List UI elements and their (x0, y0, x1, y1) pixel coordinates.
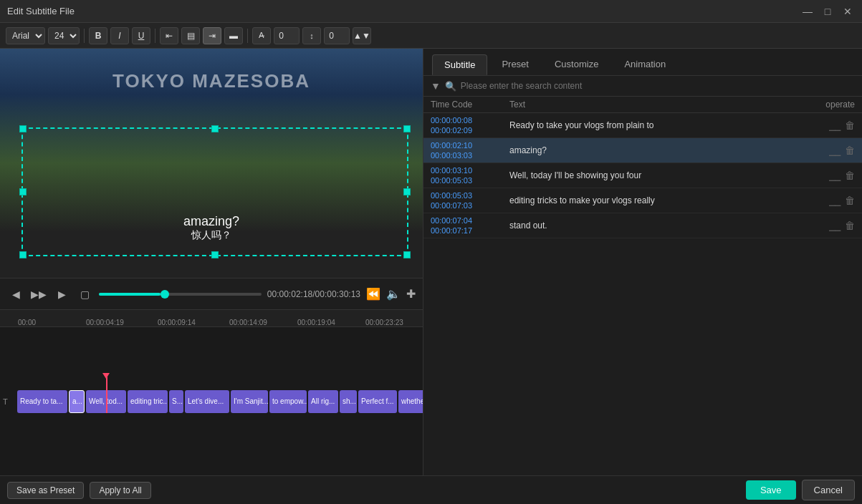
split-btn-5[interactable]: ⎯⎯ (829, 220, 841, 231)
step-back-button[interactable]: ◀ (7, 286, 24, 303)
spacing-button[interactable]: ↕ (302, 27, 321, 44)
handle-tr[interactable] (403, 125, 411, 132)
number-input-2[interactable] (324, 27, 350, 44)
handle-br[interactable] (403, 251, 411, 258)
handle-tm[interactable] (211, 125, 219, 132)
align-right-button[interactable]: ⇥ (203, 27, 221, 44)
volume-button[interactable]: 🔈 (386, 287, 401, 301)
cancel-button[interactable]: Cancel (802, 480, 855, 500)
split-btn-4[interactable]: ⎯⎯ (829, 195, 841, 206)
save-button[interactable]: Save (746, 480, 796, 500)
timeline-clip-11[interactable]: Perfect f... (358, 390, 397, 413)
tab-customize[interactable]: Customize (543, 54, 610, 75)
subtitle-row-5[interactable]: 00:00:07:04 00:00:07:17 stand out. ⎯⎯ 🗑 (423, 213, 862, 238)
align-center-button[interactable]: ▤ (181, 27, 200, 44)
time-end-2: 00:00:03:03 (431, 151, 509, 160)
timeline-clip-1[interactable]: Ready to ta... (17, 390, 67, 413)
underline-button[interactable]: U (132, 27, 150, 44)
frame-back-button[interactable]: ▶▶ (30, 286, 47, 303)
bold-button[interactable]: B (89, 27, 107, 44)
number-input-1[interactable] (274, 27, 300, 44)
progress-bar[interactable] (99, 293, 262, 296)
play-button[interactable]: ▶ (53, 286, 70, 303)
window-controls: — □ ✕ (800, 4, 855, 19)
timeline-clip-12[interactable]: whether... (398, 390, 423, 413)
timeline-clip-9[interactable]: All rig... (308, 390, 338, 413)
column-header-timecode: Time Code (431, 100, 509, 110)
window-title: Edit Subtitle File (7, 6, 800, 16)
time-start-5: 00:00:07:04 (431, 216, 509, 225)
time-display: 00:00:02:18/00:00:30:13 (267, 289, 360, 299)
align-left-button[interactable]: ⇤ (160, 27, 178, 44)
subtitle-row-2[interactable]: 00:00:02:10 00:00:03:03 amazing? ⎯⎯ 🗑 (423, 138, 862, 163)
split-btn-1[interactable]: ⎯⎯ (829, 120, 841, 131)
handle-mr[interactable] (403, 188, 411, 195)
ruler-mark-3: 00:00:14:09 (229, 319, 267, 326)
subtitle-row-3[interactable]: 00:00:03:10 00:00:05:03 Well, today I'll… (423, 163, 862, 188)
search-input[interactable] (461, 81, 855, 91)
font-size-select[interactable]: 24 (48, 27, 80, 44)
playhead-triangle (102, 373, 110, 379)
handle-bl[interactable] (19, 251, 27, 258)
collapse-button[interactable]: ▼ (431, 80, 441, 92)
timeline-clip-5[interactable]: S... (169, 390, 183, 413)
snapshot-button[interactable]: ▢ (76, 286, 93, 303)
main-content: TOKYO MAZESOBA amazing? 惊人吗？ (0, 49, 862, 475)
ruler-mark-0: 00:00 (18, 319, 36, 326)
toolbar-divider-1 (84, 29, 85, 43)
tab-subtitle[interactable]: Subtitle (432, 54, 487, 75)
toolbar-divider-3 (247, 29, 248, 43)
row-text-1: Ready to take your vlogs from plain to (509, 116, 798, 135)
delete-btn-3[interactable]: 🗑 (845, 170, 855, 181)
delete-btn-5[interactable]: 🗑 (845, 220, 855, 231)
row-ops-5: ⎯⎯ 🗑 (798, 216, 855, 235)
row-ops-2: ⎯⎯ 🗑 (798, 141, 855, 160)
ruler-mark-2: 00:00:09:14 (158, 319, 196, 326)
add-button[interactable]: ✚ (406, 287, 416, 301)
video-subtitle: amazing? 惊人吗？ (183, 214, 239, 242)
timeline-clip-7[interactable]: I'm Sanjit... (231, 390, 268, 413)
timeline-clip-4[interactable]: editing tric... (128, 390, 168, 413)
tab-preset[interactable]: Preset (490, 54, 540, 75)
progress-handle[interactable] (161, 290, 169, 299)
timeline-clip-2[interactable]: a... (69, 390, 85, 413)
align-justify-button[interactable]: ▬ (224, 27, 243, 44)
close-button[interactable]: ✕ (841, 4, 855, 19)
maximize-button[interactable]: □ (820, 4, 835, 19)
tab-bar: Subtitle Preset Customize Animation (423, 49, 862, 76)
time-end-5: 00:00:07:17 (431, 226, 509, 235)
subtitle-english: amazing? (183, 214, 239, 229)
delete-btn-4[interactable]: 🗑 (845, 195, 855, 206)
time-end-4: 00:00:07:03 (431, 201, 509, 210)
handle-bm[interactable] (211, 251, 219, 258)
skip-forward-button[interactable]: ⏪ (366, 287, 380, 301)
timeline: 00:00 00:00:04:19 00:00:09:14 00:00:14:0… (0, 309, 423, 475)
row-ops-4: ⎯⎯ 🗑 (798, 191, 855, 210)
timeline-clip-10[interactable]: sh... (340, 390, 357, 413)
italic-button[interactable]: I (110, 27, 129, 44)
search-bar: ▼ 🔍 (423, 76, 862, 97)
font-family-select[interactable]: Arial (6, 27, 45, 44)
delete-btn-1[interactable]: 🗑 (845, 120, 855, 131)
handle-ml[interactable] (19, 188, 27, 195)
time-start-1: 00:00:00:08 (431, 116, 509, 125)
text-style-button[interactable]: A̶ (252, 27, 271, 44)
apply-all-button[interactable]: Apply to All (90, 482, 150, 499)
more-options-button[interactable]: ▲▼ (353, 27, 371, 44)
ruler-mark-1: 00:00:04:19 (86, 319, 124, 326)
split-btn-3[interactable]: ⎯⎯ (829, 170, 841, 181)
tab-animation[interactable]: Animation (613, 54, 677, 75)
titlebar: Edit Subtitle File — □ ✕ (0, 0, 862, 23)
delete-btn-2[interactable]: 🗑 (845, 145, 855, 156)
minimize-button[interactable]: — (800, 4, 815, 19)
subtitle-row-1[interactable]: 00:00:00:08 00:00:02:09 Ready to take yo… (423, 113, 862, 138)
split-btn-2[interactable]: ⎯⎯ (829, 145, 841, 156)
row-ops-1: ⎯⎯ 🗑 (798, 116, 855, 135)
subtitle-row-4[interactable]: 00:00:05:03 00:00:07:03 editing tricks t… (423, 188, 862, 213)
handle-tl[interactable] (19, 125, 27, 132)
timeline-ruler: 00:00 00:00:04:19 00:00:09:14 00:00:14:0… (0, 310, 423, 327)
timeline-clip-8[interactable]: to empow... (269, 390, 307, 413)
row-ops-3: ⎯⎯ 🗑 (798, 166, 855, 185)
timeline-clip-6[interactable]: Let's dive... (185, 390, 229, 413)
save-preset-button[interactable]: Save as Preset (7, 482, 84, 499)
